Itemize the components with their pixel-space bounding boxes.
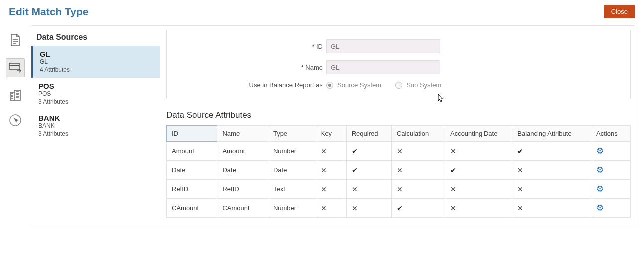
ds-item-sub2: 3 Attributes [38, 130, 158, 138]
radio-source-label: Source System [337, 81, 381, 89]
table-row[interactable]: DateDateDate✕✔✕✔✕⚙ [167, 161, 631, 180]
ds-item-title: GL [40, 50, 155, 58]
svg-rect-1 [9, 65, 19, 66]
check-icon: ✔ [352, 147, 358, 155]
cell-type: Number [268, 142, 316, 161]
col-header-required[interactable]: Required [346, 126, 391, 142]
cell-key: ✕ [316, 142, 346, 161]
required-marker: * [312, 43, 314, 50]
cell-actions: ⚙ [591, 161, 631, 180]
rail-data-sources[interactable] [6, 58, 25, 77]
gear-icon[interactable]: ⚙ [596, 165, 604, 175]
x-icon: ✕ [450, 204, 456, 212]
close-button[interactable]: Close [604, 5, 635, 18]
cell-actions: ⚙ [591, 180, 631, 199]
x-icon: ✕ [397, 185, 403, 193]
cell-key: ✕ [316, 199, 346, 218]
cell-calculation: ✕ [391, 142, 445, 161]
balance-report-label: Use in Balance Report as [249, 81, 322, 89]
radio-sub-label: Sub System [406, 81, 441, 89]
cell-calculation: ✕ [391, 161, 445, 180]
x-icon: ✕ [517, 185, 523, 193]
cell-key: ✕ [316, 180, 346, 199]
attributes-title: Data Source Attributes [162, 108, 635, 125]
check-icon: ✔ [352, 166, 358, 174]
x-icon: ✕ [352, 185, 358, 193]
table-row[interactable]: AmountAmountNumber✕✔✕✕✔⚙ [167, 142, 631, 161]
data-source-item-gl[interactable]: GL GL 4 Attributes [31, 46, 160, 78]
radio-icon [395, 82, 402, 89]
ds-item-sub1: GL [40, 58, 155, 66]
x-icon: ✕ [321, 185, 327, 193]
x-icon: ✕ [450, 185, 456, 193]
ds-item-title: BANK [38, 114, 158, 122]
card-arrow-icon [8, 61, 22, 75]
ds-item-sub1: POS [38, 90, 158, 98]
table-row[interactable]: CAmountCAmountNumber✕✕✔✕✕⚙ [167, 199, 631, 218]
cell-balancing: ✕ [512, 161, 591, 180]
check-icon: ✔ [397, 204, 403, 212]
cell-accounting-date: ✕ [445, 180, 512, 199]
cell-required: ✕ [346, 199, 391, 218]
cell-name: Amount [217, 142, 268, 161]
required-marker: * [301, 64, 304, 71]
cell-actions: ⚙ [591, 199, 631, 218]
cell-accounting-date: ✕ [445, 199, 512, 218]
x-icon: ✕ [397, 147, 403, 155]
col-header-balancing[interactable]: Balancing Attribute [512, 126, 591, 142]
gear-icon[interactable]: ⚙ [596, 203, 604, 213]
attributes-table: ID Name Type Key Required Calculation Ac… [166, 125, 631, 218]
col-header-name[interactable]: Name [217, 126, 268, 142]
cell-type: Date [268, 161, 316, 180]
ds-item-sub1: BANK [38, 122, 158, 130]
col-header-actions[interactable]: Actions [591, 126, 631, 142]
cell-balancing: ✕ [512, 180, 591, 199]
x-icon: ✕ [321, 204, 327, 212]
cell-calculation: ✔ [391, 199, 445, 218]
cell-key: ✕ [316, 161, 346, 180]
cell-id: Date [167, 161, 217, 180]
cell-type: Text [268, 180, 316, 199]
rail-match-processes[interactable] [8, 88, 22, 102]
x-icon: ✕ [517, 166, 523, 174]
data-sources-header: Data Sources [31, 31, 162, 46]
cell-calculation: ✕ [391, 180, 445, 199]
col-header-accounting-date[interactable]: Accounting Date [445, 126, 512, 142]
x-icon: ✕ [517, 204, 523, 212]
rail-properties[interactable] [8, 33, 22, 47]
x-icon: ✕ [397, 166, 403, 174]
x-icon: ✕ [450, 147, 456, 155]
x-icon: ✕ [321, 166, 327, 174]
left-rail [0, 25, 31, 127]
col-header-key[interactable]: Key [316, 126, 346, 142]
x-icon: ✕ [352, 204, 358, 212]
cell-id: CAmount [167, 199, 217, 218]
table-row[interactable]: RefIDRefIDText✕✕✕✕✕⚙ [167, 180, 631, 199]
document-icon [8, 33, 22, 47]
radio-sub-system[interactable]: Sub System [395, 81, 441, 89]
col-header-type[interactable]: Type [268, 126, 316, 142]
data-source-form: * ID * Name Use in Balance Report as [166, 30, 631, 99]
col-header-calculation[interactable]: Calculation [391, 126, 445, 142]
data-source-item-pos[interactable]: POS POS 3 Attributes [31, 78, 162, 110]
radio-source-system[interactable]: Source System [326, 81, 381, 89]
col-header-id[interactable]: ID [167, 126, 217, 142]
name-label: Name [305, 64, 322, 71]
data-sources-panel: Data Sources GL GL 4 Attributes POS POS … [31, 26, 162, 224]
page-title: Edit Match Type [9, 6, 88, 18]
ds-item-sub2: 4 Attributes [40, 66, 155, 74]
ds-item-title: POS [38, 82, 158, 90]
cursor-circle-icon [8, 113, 22, 127]
gear-icon[interactable]: ⚙ [596, 184, 604, 194]
cell-balancing: ✕ [512, 199, 591, 218]
name-input[interactable] [326, 60, 440, 74]
cell-name: Date [217, 161, 268, 180]
id-input[interactable] [326, 39, 440, 53]
data-source-item-bank[interactable]: BANK BANK 3 Attributes [31, 110, 162, 142]
rail-jobs[interactable] [8, 113, 22, 127]
cell-name: CAmount [217, 199, 268, 218]
cell-accounting-date: ✕ [445, 142, 512, 161]
cell-id: RefID [167, 180, 217, 199]
gear-icon[interactable]: ⚙ [596, 146, 604, 156]
cell-type: Number [268, 199, 316, 218]
